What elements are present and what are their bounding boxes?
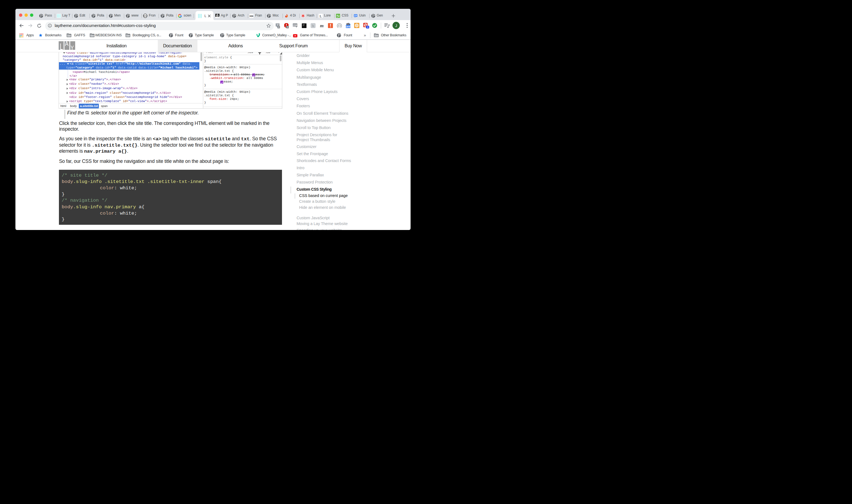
svg-text:L: L [319,14,321,18]
svg-text:5: 5 [287,26,288,29]
svg-text:h: h [312,24,314,28]
svg-text:NiCE: NiCE [143,15,147,17]
svg-text:3: 3 [338,15,340,17]
svg-text:0: 0 [278,26,279,29]
svg-text:OFF: OFF [346,25,350,28]
svg-text:A: A [217,15,218,17]
svg-text:HDK: HDK [250,15,254,17]
svg-text:J: J [395,24,397,28]
svg-text:CSS: CSS [293,24,297,26]
svg-text:m: m [320,23,324,28]
svg-text:3: 3 [367,26,368,28]
